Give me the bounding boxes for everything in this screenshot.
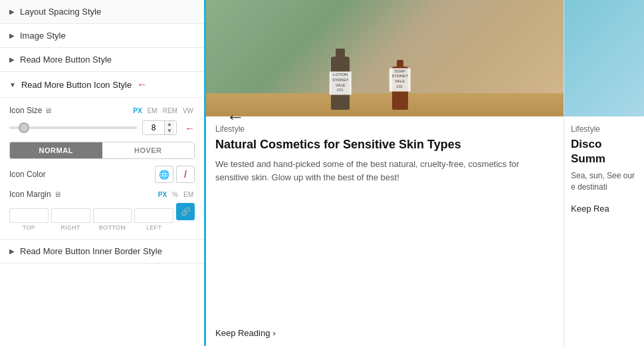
arrow-right-icon: ▶: [9, 56, 15, 63]
icon-size-spinners: ▲ ▼: [164, 121, 174, 134]
margin-left-input[interactable]: [134, 208, 173, 223]
back-arrow-btn[interactable]: ←: [226, 106, 245, 128]
icon-size-decrement[interactable]: ▼: [165, 128, 174, 134]
bottle-soap: SOAPSYDNEY VALE CO.: [392, 67, 408, 110]
color-picker-group: 🌐 /: [155, 166, 195, 183]
margin-right-input[interactable]: [51, 208, 90, 223]
margin-bottom-input[interactable]: [93, 208, 132, 223]
normal-toggle-btn[interactable]: NORMAL: [10, 142, 102, 158]
card-1: LOTIONSYDNEY VALE CO. SOAPSYDNEY VALE CO…: [206, 0, 564, 346]
margin-unit-percent[interactable]: %: [171, 190, 179, 199]
icon-margin-section: Icon Margin 🖥 PX % EM TOP RIGHT: [9, 190, 195, 231]
unit-tabs: PX EM REM VW: [132, 106, 195, 115]
color-global-btn[interactable]: 🌐: [155, 166, 173, 183]
content-grid: LOTIONSYDNEY VALE CO. SOAPSYDNEY VALE CO…: [206, 0, 644, 346]
section-read-more-icon[interactable]: ▼ Read More Button Icon Style ←: [0, 72, 204, 98]
bottle-lotion: LOTIONSYDNEY VALE CO.: [331, 57, 350, 110]
margin-right-label: RIGHT: [60, 224, 80, 231]
icon-size-label: Icon Size 🖥: [9, 106, 52, 115]
card-1-category: Lifestyle: [215, 124, 554, 134]
icon-size-input[interactable]: [143, 122, 164, 134]
icon-color-row: Icon Color 🌐 /: [9, 166, 195, 183]
arrow-down-icon: ▼: [9, 81, 16, 88]
card-2-body: Lifestyle Disco Summ Sea, sun, See our e…: [564, 116, 644, 222]
section-layout-spacing[interactable]: ▶ Layout Spacing Style: [0, 0, 204, 24]
section-layout-spacing-label: Layout Spacing Style: [20, 7, 101, 17]
red-arrow-slider: ←: [185, 122, 195, 134]
arrow-right-icon: ▶: [9, 8, 15, 15]
icon-size-number-wrap: ▲ ▼: [142, 120, 177, 135]
margin-monitor-icon: 🖥: [54, 190, 61, 198]
margin-left-field: LEFT: [134, 208, 173, 231]
icon-size-slider[interactable]: [9, 126, 137, 129]
icon-style-content: Icon Size 🖥 PX EM REM VW ▲ ▼ ←: [0, 98, 204, 240]
margin-top-input[interactable]: [9, 208, 49, 223]
card-2: Lifestyle Disco Summ Sea, sun, See our e…: [564, 0, 644, 346]
icon-size-slider-row: ▲ ▼ ←: [9, 120, 195, 135]
card-2-link[interactable]: Keep Rea: [571, 204, 637, 214]
section-read-more-icon-label: Read More Button Icon Style: [21, 80, 132, 90]
margin-inputs: TOP RIGHT BOTTOM LEFT 🔗: [9, 203, 195, 231]
margin-label-row: Icon Margin 🖥 PX % EM: [9, 190, 195, 199]
margin-unit-px[interactable]: PX: [157, 190, 168, 199]
card-2-category: Lifestyle: [571, 124, 637, 134]
section-read-more-button[interactable]: ▶ Read More Button Style: [0, 48, 204, 72]
card-2-excerpt: Sea, sun, See our e destinati: [571, 170, 637, 193]
margin-top-label: TOP: [23, 224, 35, 231]
section-inner-border-label: Read More Button Inner Border Style: [20, 246, 162, 256]
wood-board: [206, 93, 564, 116]
unit-rem[interactable]: REM: [161, 106, 179, 115]
margin-link-btn[interactable]: 🔗: [176, 203, 195, 220]
arrow-right-icon: ▶: [9, 248, 15, 255]
section-inner-border[interactable]: ▶ Read More Button Inner Border Style: [0, 240, 204, 263]
margin-right-field: RIGHT: [51, 208, 90, 231]
unit-vw[interactable]: VW: [181, 106, 195, 115]
margin-left-label: LEFT: [146, 224, 161, 231]
card-2-image: [564, 0, 644, 116]
icon-size-increment[interactable]: ▲: [165, 121, 174, 128]
card-1-body: Lifestyle Natural Cosmetics for Sensitiv…: [206, 116, 564, 346]
margin-bottom-field: BOTTOM: [93, 208, 132, 231]
card-1-title: Natural Cosmetics for Sensitive Skin Typ…: [215, 137, 554, 152]
margin-unit-em[interactable]: EM: [182, 190, 195, 199]
card-1-link[interactable]: Keep Reading ›: [215, 328, 554, 338]
margin-unit-tabs: PX % EM: [157, 190, 195, 199]
section-read-more-button-label: Read More Button Style: [20, 55, 112, 65]
color-slash-btn[interactable]: /: [176, 166, 195, 183]
left-panel: ▶ Layout Spacing Style ▶ Image Style ▶ R…: [0, 0, 206, 346]
arrow-right-icon: ▶: [9, 32, 15, 39]
card-2-title: Disco Summ: [571, 137, 637, 166]
section-image-style[interactable]: ▶ Image Style: [0, 24, 204, 48]
unit-px[interactable]: PX: [132, 106, 143, 115]
margin-top-field: TOP: [9, 208, 49, 231]
icon-size-row: Icon Size 🖥 PX EM REM VW: [9, 106, 195, 115]
card-1-excerpt: We tested and hand-picked some of the be…: [215, 158, 554, 317]
card-1-image-bg: LOTIONSYDNEY VALE CO. SOAPSYDNEY VALE CO…: [206, 0, 564, 116]
card-1-image: LOTIONSYDNEY VALE CO. SOAPSYDNEY VALE CO…: [206, 0, 564, 116]
hover-toggle-btn[interactable]: HOVER: [102, 142, 195, 158]
icon-color-label: Icon Color: [9, 170, 155, 179]
section-image-style-label: Image Style: [20, 31, 66, 41]
unit-em[interactable]: EM: [146, 106, 159, 115]
margin-bottom-label: BOTTOM: [99, 224, 126, 231]
right-panel: ← LOTIONSYDNEY VALE CO. SOAPSYDNEY VALE …: [206, 0, 644, 346]
normal-hover-toggle: NORMAL HOVER: [9, 142, 195, 159]
monitor-icon: 🖥: [45, 106, 52, 114]
margin-label: Icon Margin 🖥: [9, 190, 157, 199]
red-arrow-annotation: ←: [137, 79, 148, 90]
